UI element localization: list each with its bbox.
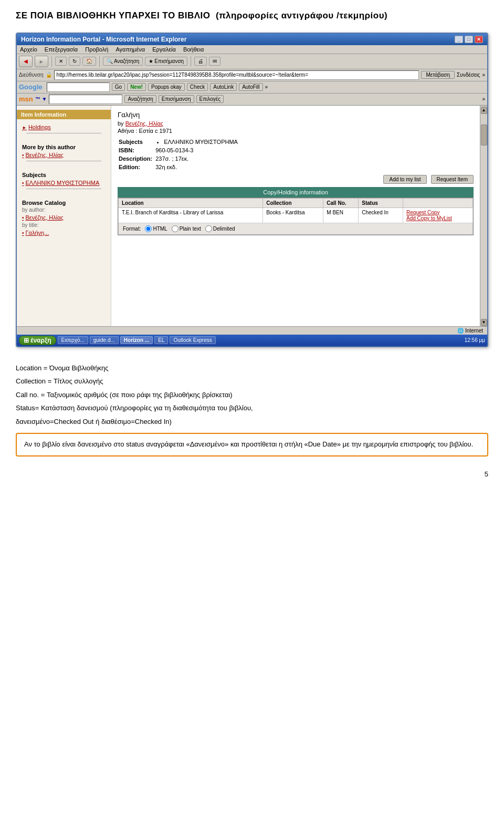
browse-catalog-section: Browse Catalog by author: • Βενέζης, Ηλί… — [17, 194, 111, 240]
google-bar-expand[interactable]: » — [265, 84, 268, 90]
msn-logo-dot: ™ ▼ — [35, 96, 47, 102]
google-logo: Google — [19, 83, 43, 91]
holdings-section: ► Holdings — [17, 121, 111, 139]
format-label: Format: — [123, 226, 141, 232]
print-button[interactable]: 🖨 — [194, 57, 207, 66]
add-to-list-button[interactable]: Add to my list — [383, 175, 426, 184]
by-title-link[interactable]: • Γαλήνη... — [22, 229, 106, 236]
subjects-label: Subjects — [22, 172, 106, 178]
menu-favorites[interactable]: Αγαπημένα — [116, 46, 145, 53]
google-search-input[interactable] — [47, 82, 110, 92]
forward-button[interactable]: ► — [35, 56, 48, 67]
item-author: by Βενέζης, Ηλίας — [118, 120, 474, 127]
home-button[interactable]: 🏠 — [82, 57, 96, 66]
format-delimited-label[interactable]: Delimited — [205, 225, 235, 232]
request-copy-link[interactable]: Request Copy — [406, 210, 439, 215]
item-title: Γαλήνη — [118, 111, 474, 119]
subjects-value: ΕΛΛΗΝΙΚΟ ΜΥΘΙΣΤΟΡΗΜΑ — [155, 138, 240, 146]
popups-button[interactable]: Popups okay — [148, 83, 185, 91]
format-html-radio[interactable] — [145, 225, 152, 232]
format-plain-radio[interactable] — [172, 225, 178, 232]
content-area: Item Information ► Holdings More by this… — [17, 106, 480, 326]
holdings-link[interactable]: ► Holdings — [22, 123, 106, 131]
format-html-label[interactable]: HTML — [145, 225, 167, 232]
scroll-thumb[interactable] — [481, 124, 487, 146]
subject-link[interactable]: • ΕΛΛΗΝΙΚΟ ΜΥΘΙΣΤΟΡΗΜΑ — [22, 179, 106, 186]
subjects-section: Subjects • ΕΛΛΗΝΙΚΟ ΜΥΘΙΣΤΟΡΗΜΑ — [17, 167, 111, 194]
toolbar-separator — [51, 56, 52, 67]
bullet-icon-4: • — [22, 230, 24, 236]
menu-view[interactable]: Προβολή — [85, 46, 108, 53]
internet-label: Internet — [465, 328, 483, 334]
close-button[interactable]: ✕ — [475, 36, 483, 43]
info-box-text: Αν το βιβλίο είναι δανεισμένο στο status… — [24, 439, 480, 450]
request-item-button[interactable]: Request Item — [431, 175, 474, 184]
msn-search-input[interactable] — [49, 95, 122, 104]
go-button[interactable]: Μετάβαση — [421, 71, 455, 79]
browser-title: Horizon Information Portal - Microsoft I… — [21, 36, 186, 43]
scrollbar[interactable]: ▲ ▼ — [480, 106, 487, 326]
menu-tools[interactable]: Εργαλεία — [152, 46, 176, 53]
start-button[interactable]: ⊞ έναρξη — [19, 336, 56, 345]
refresh-button[interactable]: ↻ — [69, 57, 80, 66]
edition-label: Edition: — [119, 163, 154, 171]
google-new-button[interactable]: New! — [127, 83, 146, 91]
connect-label: Συνδέσεις — [457, 72, 480, 78]
search-toolbar-button[interactable]: 🔍 Αναζήτηση — [103, 57, 143, 66]
action-buttons: Add to my list Request Item — [118, 175, 474, 184]
taskbar-item-4[interactable]: Outlook Express — [170, 336, 215, 344]
taskbar-item-1[interactable]: guide.d... — [90, 336, 119, 344]
sidebar-divider-1 — [26, 133, 101, 133]
status-bar: 🌐 Internet — [17, 326, 487, 335]
menu-edit[interactable]: Επεξεργασία — [45, 46, 78, 53]
browser-window: Horizon Information Portal - Microsoft I… — [16, 33, 488, 347]
menu-bar: Αρχείο Επεξεργασία Προβολή Αγαπημένα Εργ… — [17, 45, 487, 54]
msn-bar-expand[interactable]: » — [482, 96, 485, 102]
address-input[interactable] — [54, 70, 419, 80]
add-copy-link[interactable]: Add Copy to MyList — [406, 215, 452, 221]
globe-icon: 🌐 — [457, 328, 464, 334]
msn-options-button[interactable]: Επιλογές — [196, 95, 224, 103]
isbn-label: ISBN: — [119, 147, 154, 154]
more-by-author-label: More by this author — [22, 144, 106, 150]
autolink-button[interactable]: AutoLink — [210, 83, 237, 91]
item-author-link[interactable]: Βενέζης, Ηλίας — [125, 120, 163, 127]
check-button[interactable]: Check — [187, 83, 208, 91]
taskbar-item-0[interactable]: Εισερχό... — [58, 336, 88, 344]
menu-help[interactable]: Βοήθεια — [183, 46, 204, 53]
col-callno: Call No. — [323, 198, 359, 207]
stop-button[interactable]: ✕ — [55, 57, 67, 66]
expand-icon[interactable]: » — [482, 72, 485, 78]
author-link[interactable]: • Βενέζης, Ηλίας — [22, 151, 106, 159]
more-by-author-section: More by this author • Βενέζης, Ηλίας — [17, 139, 111, 167]
holding-status: Checked In — [359, 207, 403, 223]
menu-file[interactable]: Αρχείο — [20, 46, 37, 53]
address-bar: Διεύθυνση 🔒 Μετάβαση Συνδέσεις » — [17, 69, 487, 81]
autofill-button[interactable]: AutoFill — [239, 83, 262, 91]
toolbar-separator2 — [99, 56, 100, 67]
format-delimited-radio[interactable] — [205, 225, 212, 232]
google-bar: Google Go New! Popups okay Check AutoLin… — [17, 81, 487, 94]
taskbar-item-3[interactable]: EL — [154, 336, 168, 344]
msn-logo: msn — [19, 95, 33, 103]
msn-search-button[interactable]: Αναζήτηση — [124, 95, 156, 103]
minimize-button[interactable]: _ — [455, 36, 463, 43]
favorites-button[interactable]: ★ Επισήμανση — [145, 57, 187, 66]
body-line3: Call no. = Ταξινομικός αριθμός (σε ποιο … — [16, 390, 488, 400]
msn-mark-button[interactable]: Επισήμανση — [159, 95, 194, 103]
back-button[interactable]: ◄ — [19, 56, 33, 67]
maximize-button[interactable]: □ — [465, 36, 473, 43]
taskbar-item-2[interactable]: Horizon ... — [120, 336, 153, 344]
col-collection: Collection — [263, 198, 323, 207]
google-search-button[interactable]: Go — [112, 83, 125, 91]
info-box: Αν το βιβλίο είναι δανεισμένο στο status… — [16, 433, 488, 456]
mail-button[interactable]: ✉ — [209, 57, 220, 66]
item-pub: Αθήνα : Εστία c 1971 — [118, 128, 474, 134]
content-with-scroll: Item Information ► Holdings More by this… — [17, 106, 487, 326]
by-author-link[interactable]: • Βενέζης, Ηλίας — [22, 214, 106, 221]
isbn-value: 960-05-0134-3 — [155, 147, 240, 154]
by-title-label: by title: — [22, 222, 106, 228]
item-details-table: Subjects ΕΛΛΗΝΙΚΟ ΜΥΘΙΣΤΟΡΗΜΑ ISBN: 960-… — [118, 137, 241, 172]
main-content: Γαλήνη by Βενέζης, Ηλίας Αθήνα : Εστία c… — [111, 106, 480, 326]
format-plain-label[interactable]: Plain text — [172, 225, 201, 232]
